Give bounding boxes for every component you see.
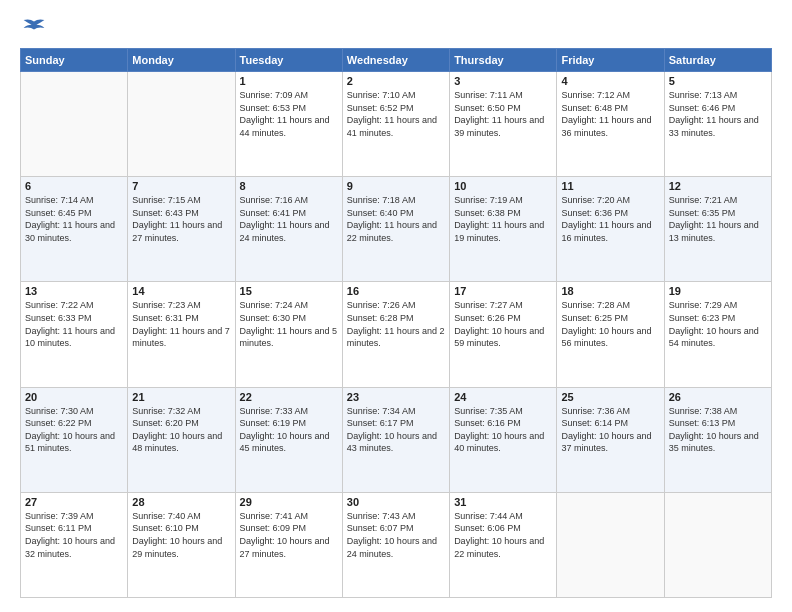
day-info: Sunrise: 7:15 AM Sunset: 6:43 PM Dayligh… bbox=[132, 194, 230, 244]
calendar-cell: 19Sunrise: 7:29 AM Sunset: 6:23 PM Dayli… bbox=[664, 282, 771, 387]
day-info: Sunrise: 7:36 AM Sunset: 6:14 PM Dayligh… bbox=[561, 405, 659, 455]
day-number: 29 bbox=[240, 496, 338, 508]
calendar-cell: 2Sunrise: 7:10 AM Sunset: 6:52 PM Daylig… bbox=[342, 72, 449, 177]
calendar-cell: 4Sunrise: 7:12 AM Sunset: 6:48 PM Daylig… bbox=[557, 72, 664, 177]
day-info: Sunrise: 7:30 AM Sunset: 6:22 PM Dayligh… bbox=[25, 405, 123, 455]
day-info: Sunrise: 7:12 AM Sunset: 6:48 PM Dayligh… bbox=[561, 89, 659, 139]
weekday-header-tuesday: Tuesday bbox=[235, 49, 342, 72]
day-info: Sunrise: 7:43 AM Sunset: 6:07 PM Dayligh… bbox=[347, 510, 445, 560]
day-number: 31 bbox=[454, 496, 552, 508]
logo-bird-icon bbox=[22, 18, 46, 38]
day-number: 22 bbox=[240, 391, 338, 403]
calendar-cell: 13Sunrise: 7:22 AM Sunset: 6:33 PM Dayli… bbox=[21, 282, 128, 387]
day-number: 16 bbox=[347, 285, 445, 297]
calendar-cell: 17Sunrise: 7:27 AM Sunset: 6:26 PM Dayli… bbox=[450, 282, 557, 387]
calendar-cell bbox=[557, 492, 664, 597]
day-info: Sunrise: 7:41 AM Sunset: 6:09 PM Dayligh… bbox=[240, 510, 338, 560]
day-info: Sunrise: 7:14 AM Sunset: 6:45 PM Dayligh… bbox=[25, 194, 123, 244]
header bbox=[20, 18, 772, 38]
day-info: Sunrise: 7:18 AM Sunset: 6:40 PM Dayligh… bbox=[347, 194, 445, 244]
day-number: 20 bbox=[25, 391, 123, 403]
day-number: 19 bbox=[669, 285, 767, 297]
day-info: Sunrise: 7:21 AM Sunset: 6:35 PM Dayligh… bbox=[669, 194, 767, 244]
day-info: Sunrise: 7:11 AM Sunset: 6:50 PM Dayligh… bbox=[454, 89, 552, 139]
calendar-cell: 14Sunrise: 7:23 AM Sunset: 6:31 PM Dayli… bbox=[128, 282, 235, 387]
calendar-cell: 5Sunrise: 7:13 AM Sunset: 6:46 PM Daylig… bbox=[664, 72, 771, 177]
day-number: 15 bbox=[240, 285, 338, 297]
day-info: Sunrise: 7:13 AM Sunset: 6:46 PM Dayligh… bbox=[669, 89, 767, 139]
day-number: 1 bbox=[240, 75, 338, 87]
weekday-header-wednesday: Wednesday bbox=[342, 49, 449, 72]
calendar-table: SundayMondayTuesdayWednesdayThursdayFrid… bbox=[20, 48, 772, 598]
calendar-cell bbox=[21, 72, 128, 177]
day-number: 26 bbox=[669, 391, 767, 403]
weekday-header-row: SundayMondayTuesdayWednesdayThursdayFrid… bbox=[21, 49, 772, 72]
day-number: 24 bbox=[454, 391, 552, 403]
day-info: Sunrise: 7:20 AM Sunset: 6:36 PM Dayligh… bbox=[561, 194, 659, 244]
day-number: 13 bbox=[25, 285, 123, 297]
calendar-cell: 29Sunrise: 7:41 AM Sunset: 6:09 PM Dayli… bbox=[235, 492, 342, 597]
calendar-cell: 8Sunrise: 7:16 AM Sunset: 6:41 PM Daylig… bbox=[235, 177, 342, 282]
day-info: Sunrise: 7:38 AM Sunset: 6:13 PM Dayligh… bbox=[669, 405, 767, 455]
weekday-header-friday: Friday bbox=[557, 49, 664, 72]
day-info: Sunrise: 7:16 AM Sunset: 6:41 PM Dayligh… bbox=[240, 194, 338, 244]
calendar-cell: 15Sunrise: 7:24 AM Sunset: 6:30 PM Dayli… bbox=[235, 282, 342, 387]
day-info: Sunrise: 7:23 AM Sunset: 6:31 PM Dayligh… bbox=[132, 299, 230, 349]
calendar-cell: 7Sunrise: 7:15 AM Sunset: 6:43 PM Daylig… bbox=[128, 177, 235, 282]
day-number: 10 bbox=[454, 180, 552, 192]
weekday-header-monday: Monday bbox=[128, 49, 235, 72]
calendar-cell: 30Sunrise: 7:43 AM Sunset: 6:07 PM Dayli… bbox=[342, 492, 449, 597]
day-number: 21 bbox=[132, 391, 230, 403]
calendar-cell: 21Sunrise: 7:32 AM Sunset: 6:20 PM Dayli… bbox=[128, 387, 235, 492]
calendar-cell: 3Sunrise: 7:11 AM Sunset: 6:50 PM Daylig… bbox=[450, 72, 557, 177]
calendar-cell: 22Sunrise: 7:33 AM Sunset: 6:19 PM Dayli… bbox=[235, 387, 342, 492]
weekday-header-sunday: Sunday bbox=[21, 49, 128, 72]
day-number: 17 bbox=[454, 285, 552, 297]
day-info: Sunrise: 7:09 AM Sunset: 6:53 PM Dayligh… bbox=[240, 89, 338, 139]
day-info: Sunrise: 7:35 AM Sunset: 6:16 PM Dayligh… bbox=[454, 405, 552, 455]
day-info: Sunrise: 7:10 AM Sunset: 6:52 PM Dayligh… bbox=[347, 89, 445, 139]
day-info: Sunrise: 7:26 AM Sunset: 6:28 PM Dayligh… bbox=[347, 299, 445, 349]
day-number: 12 bbox=[669, 180, 767, 192]
day-info: Sunrise: 7:24 AM Sunset: 6:30 PM Dayligh… bbox=[240, 299, 338, 349]
day-info: Sunrise: 7:19 AM Sunset: 6:38 PM Dayligh… bbox=[454, 194, 552, 244]
calendar-cell: 16Sunrise: 7:26 AM Sunset: 6:28 PM Dayli… bbox=[342, 282, 449, 387]
calendar-cell: 27Sunrise: 7:39 AM Sunset: 6:11 PM Dayli… bbox=[21, 492, 128, 597]
day-info: Sunrise: 7:22 AM Sunset: 6:33 PM Dayligh… bbox=[25, 299, 123, 349]
day-number: 18 bbox=[561, 285, 659, 297]
day-number: 2 bbox=[347, 75, 445, 87]
weekday-header-thursday: Thursday bbox=[450, 49, 557, 72]
calendar-week-1: 1Sunrise: 7:09 AM Sunset: 6:53 PM Daylig… bbox=[21, 72, 772, 177]
day-info: Sunrise: 7:44 AM Sunset: 6:06 PM Dayligh… bbox=[454, 510, 552, 560]
calendar-cell: 11Sunrise: 7:20 AM Sunset: 6:36 PM Dayli… bbox=[557, 177, 664, 282]
day-number: 11 bbox=[561, 180, 659, 192]
calendar-week-2: 6Sunrise: 7:14 AM Sunset: 6:45 PM Daylig… bbox=[21, 177, 772, 282]
calendar-cell: 25Sunrise: 7:36 AM Sunset: 6:14 PM Dayli… bbox=[557, 387, 664, 492]
calendar-cell: 31Sunrise: 7:44 AM Sunset: 6:06 PM Dayli… bbox=[450, 492, 557, 597]
day-number: 4 bbox=[561, 75, 659, 87]
calendar-cell bbox=[664, 492, 771, 597]
calendar-cell: 1Sunrise: 7:09 AM Sunset: 6:53 PM Daylig… bbox=[235, 72, 342, 177]
calendar-cell: 12Sunrise: 7:21 AM Sunset: 6:35 PM Dayli… bbox=[664, 177, 771, 282]
calendar-cell: 18Sunrise: 7:28 AM Sunset: 6:25 PM Dayli… bbox=[557, 282, 664, 387]
day-number: 6 bbox=[25, 180, 123, 192]
calendar-cell bbox=[128, 72, 235, 177]
calendar-cell: 20Sunrise: 7:30 AM Sunset: 6:22 PM Dayli… bbox=[21, 387, 128, 492]
day-number: 9 bbox=[347, 180, 445, 192]
day-info: Sunrise: 7:32 AM Sunset: 6:20 PM Dayligh… bbox=[132, 405, 230, 455]
calendar-week-4: 20Sunrise: 7:30 AM Sunset: 6:22 PM Dayli… bbox=[21, 387, 772, 492]
calendar-week-5: 27Sunrise: 7:39 AM Sunset: 6:11 PM Dayli… bbox=[21, 492, 772, 597]
day-number: 8 bbox=[240, 180, 338, 192]
logo bbox=[20, 18, 46, 38]
day-number: 23 bbox=[347, 391, 445, 403]
page: SundayMondayTuesdayWednesdayThursdayFrid… bbox=[0, 0, 792, 612]
day-number: 27 bbox=[25, 496, 123, 508]
day-number: 14 bbox=[132, 285, 230, 297]
day-info: Sunrise: 7:28 AM Sunset: 6:25 PM Dayligh… bbox=[561, 299, 659, 349]
day-number: 3 bbox=[454, 75, 552, 87]
calendar-cell: 23Sunrise: 7:34 AM Sunset: 6:17 PM Dayli… bbox=[342, 387, 449, 492]
day-number: 30 bbox=[347, 496, 445, 508]
day-number: 5 bbox=[669, 75, 767, 87]
calendar-cell: 26Sunrise: 7:38 AM Sunset: 6:13 PM Dayli… bbox=[664, 387, 771, 492]
weekday-header-saturday: Saturday bbox=[664, 49, 771, 72]
